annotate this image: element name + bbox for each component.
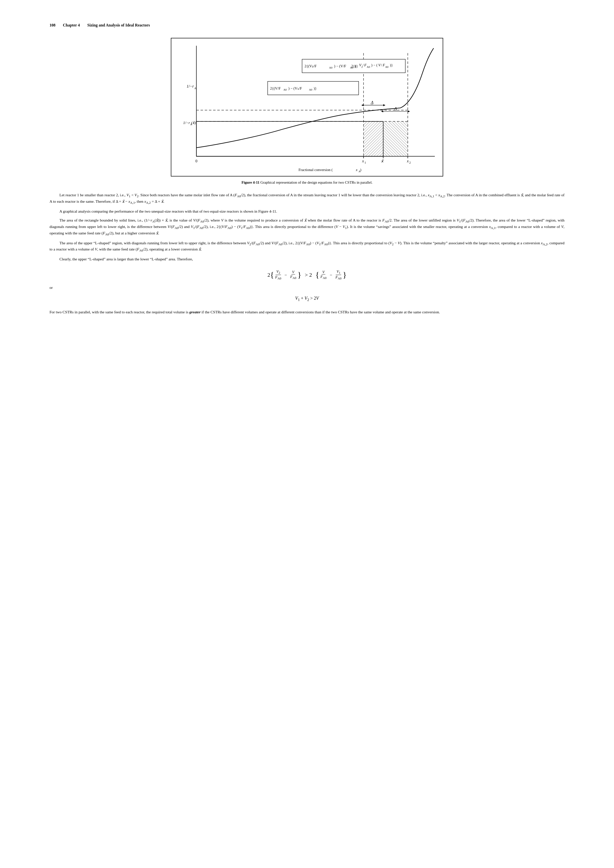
figure-caption-text: Graphical representation of the design e…	[260, 180, 373, 184]
svg-text:2: 2	[409, 161, 411, 164]
svg-text:): )	[360, 168, 361, 172]
svg-text:1: 1	[364, 161, 366, 164]
chapter-label: Chapter 4	[63, 22, 80, 28]
svg-text:)}: )}	[355, 64, 358, 68]
svg-text:1/−r: 1/−r	[187, 84, 194, 88]
figure-label: Figure 4-11	[241, 180, 259, 184]
svg-text:A0: A0	[329, 66, 332, 69]
svg-text:)}: )}	[390, 63, 393, 67]
svg-text:A0: A0	[309, 88, 312, 91]
svg-text:A0: A0	[385, 65, 389, 68]
figure-caption: Figure 4-11 Graphical representation of …	[241, 180, 372, 185]
bold-italic-greater: greater	[189, 310, 201, 314]
svg-text:F: F	[383, 63, 385, 67]
svg-text:(x̄): (x̄)	[191, 121, 196, 125]
svg-marker-30	[361, 104, 363, 106]
svg-text:) − (V₁/F: ) − (V₁/F	[288, 86, 302, 91]
svg-text:2{(V/F: 2{(V/F	[270, 86, 281, 91]
svg-text:x: x	[355, 168, 358, 172]
math-equation2: V1 + V2 > 2V	[50, 295, 564, 302]
paragraph-5: Clearly, the upper “L-shaped” area is la…	[50, 256, 564, 262]
svg-text:0: 0	[195, 159, 197, 163]
svg-text:x: x	[362, 159, 364, 163]
svg-rect-27	[363, 121, 383, 157]
svg-text:A0: A0	[350, 66, 354, 69]
page-number: 108	[50, 22, 56, 28]
svg-marker-35	[408, 110, 410, 112]
page-header: 108 Chapter 4 Sizing and Analysis of Ide…	[50, 22, 564, 28]
svg-text:Δ: Δ	[394, 107, 397, 112]
svg-marker-31	[383, 104, 386, 106]
svg-text:)}: )}	[314, 86, 317, 91]
svg-text:) − (V/F: ) − (V/F	[334, 64, 346, 68]
svg-rect-28	[383, 121, 408, 157]
svg-rect-24	[196, 121, 363, 157]
paragraph-1: Let reactor 1 be smaller than reactor 2,…	[50, 192, 564, 205]
math-inequality: 2 { V2 FA0 − V FA0 } > 2 { V FA0 − V1 FA…	[50, 270, 564, 281]
svg-text:1/−r: 1/−r	[183, 121, 190, 125]
chapter-title: Sizing and Analysis of Ideal Reactors	[87, 22, 150, 28]
paragraph-3: The area of the rectangle bounded by sol…	[50, 217, 564, 237]
paragraph-2: A graphical analysis comparing the perfo…	[50, 209, 564, 214]
figure-container: 0 x 1 x̄ x 2 1/−r A 1/−r A (x̄) Fraction…	[50, 38, 564, 185]
svg-rect-55	[268, 81, 358, 95]
svg-text:x̄: x̄	[381, 159, 384, 163]
svg-text:F: F	[364, 63, 367, 67]
or-label: or	[50, 285, 564, 290]
svg-text:Fractional conversion (: Fractional conversion (	[299, 168, 333, 172]
main-text: Let reactor 1 be smaller than reactor 2,…	[50, 192, 564, 315]
paragraph-4: The area of the upper “L-shaped” region,…	[50, 240, 564, 253]
chart-svg: 0 x 1 x̄ x 2 1/−r A 1/−r A (x̄) Fraction…	[171, 38, 443, 176]
svg-text:Δ: Δ	[371, 100, 373, 105]
paragraph-conclusion: For two CSTRs in parallel, with the same…	[50, 309, 564, 315]
svg-text:A: A	[194, 87, 196, 90]
svg-text:A0: A0	[367, 65, 370, 68]
svg-text:A0: A0	[284, 88, 287, 91]
svg-rect-23	[196, 121, 383, 157]
svg-marker-34	[381, 110, 383, 112]
chart-area: 0 x 1 x̄ x 2 1/−r A 1/−r A (x̄) Fraction…	[171, 38, 443, 177]
svg-text:2{(V₂/F: 2{(V₂/F	[304, 64, 317, 68]
svg-text:x: x	[407, 159, 409, 163]
svg-text:) − (: ) − (	[371, 63, 378, 67]
